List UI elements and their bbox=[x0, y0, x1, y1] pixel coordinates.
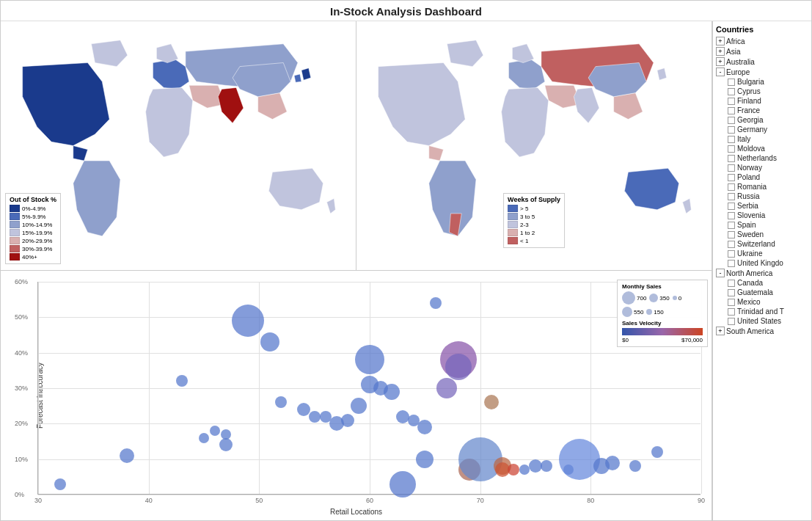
africa-expand-icon[interactable]: + bbox=[716, 37, 725, 45]
sidebar-countries-title: Countries bbox=[716, 25, 808, 34]
sidebar-item-bulgaria[interactable]: Bulgaria bbox=[728, 77, 808, 87]
sidebar-item-united-kingdom[interactable]: United Kingdo bbox=[728, 258, 808, 268]
checkbox-serbia[interactable] bbox=[728, 203, 735, 210]
checkbox-canada[interactable] bbox=[728, 280, 735, 287]
checkbox-sweden[interactable] bbox=[728, 231, 735, 238]
sidebar-item-poland[interactable]: Poland bbox=[728, 172, 808, 182]
sidebar-item-asia[interactable]: + Asia bbox=[716, 46, 808, 57]
sidebar-item-cyprus[interactable]: Cyprus bbox=[728, 87, 808, 96]
wos-legend-item-4: < 1 bbox=[508, 237, 560, 244]
sidebar-item-serbia[interactable]: Serbia bbox=[728, 201, 808, 211]
wos-legend-item-2: 2-3 bbox=[508, 221, 560, 228]
sidebar-item-slovenia[interactable]: Slovenia bbox=[728, 211, 808, 220]
checkbox-finland[interactable] bbox=[728, 98, 735, 105]
sidebar-item-switzerland[interactable]: Switzerland bbox=[728, 239, 808, 249]
gradient-min-label: $0 bbox=[622, 337, 629, 343]
wos-legend-swatch-1 bbox=[508, 213, 518, 220]
checkbox-guatemala[interactable] bbox=[728, 289, 735, 296]
south-america-label: South America bbox=[726, 327, 774, 335]
checkbox-bulgaria[interactable] bbox=[728, 79, 735, 86]
legend-item-3: 15%-19.9% bbox=[10, 229, 56, 236]
scatter-bubble bbox=[219, 438, 233, 451]
sidebar-item-georgia[interactable]: Georgia bbox=[728, 115, 808, 125]
scatter-panel: Forecast Inaccuracy Retail Locations 0%1… bbox=[1, 271, 712, 520]
sidebar-item-australia[interactable]: + Australia bbox=[716, 57, 808, 67]
sidebar-item-russia[interactable]: Russia bbox=[728, 192, 808, 201]
checkbox-netherlands[interactable] bbox=[728, 155, 735, 162]
scatter-bubble bbox=[559, 439, 600, 480]
scatter-bubble bbox=[508, 464, 519, 476]
sidebar-item-ukraine[interactable]: Ukraine bbox=[728, 249, 808, 258]
checkbox-italy[interactable] bbox=[728, 136, 735, 143]
out-of-stock-legend-title: Out of Stock % bbox=[10, 196, 56, 203]
checkbox-cyprus[interactable] bbox=[728, 88, 735, 95]
north-america-expand-icon[interactable]: - bbox=[716, 269, 725, 277]
sidebar-item-mexico[interactable]: Mexico bbox=[728, 297, 808, 307]
sidebar-item-france[interactable]: France bbox=[728, 106, 808, 115]
checkbox-united-states[interactable] bbox=[728, 318, 735, 325]
sidebar-item-romania[interactable]: Romania bbox=[728, 182, 808, 192]
legend-swatch-5 bbox=[10, 245, 20, 252]
africa-label: Africa bbox=[726, 37, 745, 45]
sidebar-item-sweden[interactable]: Sweden bbox=[728, 230, 808, 239]
checkbox-ukraine[interactable] bbox=[728, 250, 735, 258]
checkbox-france[interactable] bbox=[728, 107, 735, 114]
scatter-bubble bbox=[351, 398, 367, 414]
sidebar-item-italy[interactable]: Italy bbox=[728, 134, 808, 144]
wos-legend-label-1: 3 to 5 bbox=[520, 214, 535, 220]
main-content: Out of Stock % 0%-4.9% 5%-9.9% 10%-14.9% bbox=[1, 21, 811, 520]
legend-label-6: 40%+ bbox=[22, 254, 37, 260]
sidebar-item-trinidad[interactable]: Trinidad and T bbox=[728, 307, 808, 316]
sidebar-item-canada[interactable]: Canada bbox=[728, 278, 808, 288]
checkbox-georgia[interactable] bbox=[728, 117, 735, 124]
scatter-bubble bbox=[355, 345, 384, 374]
checkbox-spain[interactable] bbox=[728, 222, 735, 229]
australia-expand-icon[interactable]: + bbox=[716, 57, 725, 66]
size-label-150: 150 bbox=[654, 309, 663, 316]
size-label-550: 550 bbox=[634, 309, 643, 316]
sidebar-item-finland[interactable]: Finland bbox=[728, 96, 808, 106]
x-axis-label: 50 bbox=[255, 497, 263, 504]
sidebar-item-moldova[interactable]: Moldova bbox=[728, 144, 808, 153]
south-america-expand-icon[interactable]: + bbox=[716, 327, 725, 335]
checkbox-russia[interactable] bbox=[728, 193, 735, 200]
grid-line-x bbox=[38, 282, 39, 494]
checkbox-germany[interactable] bbox=[728, 126, 735, 134]
sidebar-item-south-america[interactable]: + South America bbox=[716, 326, 808, 336]
europe-expand-icon[interactable]: - bbox=[716, 68, 725, 76]
x-axis-label: 30 bbox=[34, 497, 42, 504]
checkbox-trinidad[interactable] bbox=[728, 308, 735, 316]
legend-swatch-2 bbox=[10, 221, 20, 228]
sidebar-item-guatemala[interactable]: Guatemala bbox=[728, 288, 808, 297]
europe-children: Bulgaria Cyprus Finland France Georgia G… bbox=[716, 77, 808, 268]
y-axis-label: 10% bbox=[15, 456, 28, 463]
checkbox-norway[interactable] bbox=[728, 164, 735, 172]
checkbox-poland[interactable] bbox=[728, 174, 735, 181]
checkbox-moldova[interactable] bbox=[728, 145, 735, 153]
scatter-bubble bbox=[341, 414, 354, 427]
checkbox-united-kingdom[interactable] bbox=[728, 260, 735, 267]
size-circle-150 bbox=[646, 309, 652, 315]
wos-legend-label-4: < 1 bbox=[520, 238, 528, 244]
scatter-bubble bbox=[221, 429, 231, 440]
size-circle-0 bbox=[673, 296, 677, 300]
sidebar-item-norway[interactable]: Norway bbox=[728, 163, 808, 172]
sidebar-item-netherlands[interactable]: Netherlands bbox=[728, 153, 808, 163]
sidebar-item-north-america[interactable]: - North America bbox=[716, 268, 808, 278]
sidebar-item-europe[interactable]: - Europe bbox=[716, 67, 808, 77]
dashboard: In-Stock Analysis Dashboard bbox=[0, 0, 812, 521]
legend-label-0: 0%-4.9% bbox=[22, 205, 45, 212]
checkbox-romania[interactable] bbox=[728, 183, 735, 191]
scatter-bubble bbox=[389, 471, 416, 498]
scatter-bubble bbox=[54, 478, 66, 490]
sidebar-item-united-states[interactable]: United States bbox=[728, 316, 808, 326]
checkbox-mexico[interactable] bbox=[728, 299, 735, 306]
size-label-700: 700 bbox=[637, 295, 646, 302]
y-axis-label: 0% bbox=[15, 491, 24, 498]
checkbox-switzerland[interactable] bbox=[728, 241, 735, 248]
sidebar-item-spain[interactable]: Spain bbox=[728, 220, 808, 230]
checkbox-slovenia[interactable] bbox=[728, 212, 735, 219]
asia-expand-icon[interactable]: + bbox=[716, 47, 725, 56]
sidebar-item-africa[interactable]: + Africa bbox=[716, 36, 808, 46]
sidebar-item-germany[interactable]: Germany bbox=[728, 125, 808, 134]
